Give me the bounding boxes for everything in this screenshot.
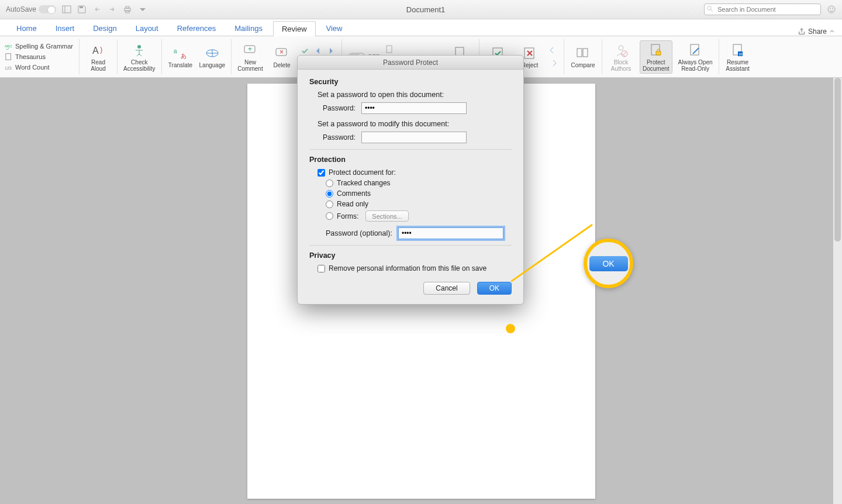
password-open-label: Password: xyxy=(318,104,356,112)
callout-anchor-dot xyxy=(506,324,515,333)
protection-heading: Protection xyxy=(309,156,512,164)
tracked-changes-label: Tracked changes xyxy=(337,179,391,187)
tracked-changes-radio[interactable] xyxy=(326,179,333,187)
forms-radio[interactable] xyxy=(326,212,333,220)
password-open-input[interactable] xyxy=(361,102,467,114)
set-modify-label: Set a password to modify this document: xyxy=(309,120,512,128)
callout-magnifier: OK xyxy=(584,239,633,288)
dialog-title: Password Protect xyxy=(298,56,523,70)
protect-for-checkbox[interactable] xyxy=(318,169,325,177)
comments-label: Comments xyxy=(337,189,371,198)
modal-mask: Password Protect Security Set a password… xyxy=(0,0,842,504)
security-heading: Security xyxy=(309,78,512,86)
privacy-heading: Privacy xyxy=(309,251,512,260)
password-protect-dialog: Password Protect Security Set a password… xyxy=(297,55,524,305)
password-optional-label: Password (optional): xyxy=(326,229,392,237)
comments-radio[interactable] xyxy=(326,190,333,198)
password-optional-input[interactable] xyxy=(398,227,503,239)
sections-button[interactable]: Sections... xyxy=(365,210,408,222)
ok-button[interactable]: OK xyxy=(477,282,512,295)
password-modify-label: Password: xyxy=(318,133,356,141)
callout-ok-button: OK xyxy=(589,256,628,271)
forms-label: Forms: xyxy=(337,212,358,220)
readonly-label: Read only xyxy=(337,200,368,208)
set-open-label: Set a password to open this document: xyxy=(309,91,512,99)
remove-pii-label: Remove personal information from this fi… xyxy=(329,264,486,272)
readonly-radio[interactable] xyxy=(326,201,333,208)
cancel-button[interactable]: Cancel xyxy=(423,282,470,295)
protect-for-label: Protect document for: xyxy=(329,168,396,177)
password-modify-input[interactable] xyxy=(361,132,467,143)
remove-pii-checkbox[interactable] xyxy=(318,265,325,272)
